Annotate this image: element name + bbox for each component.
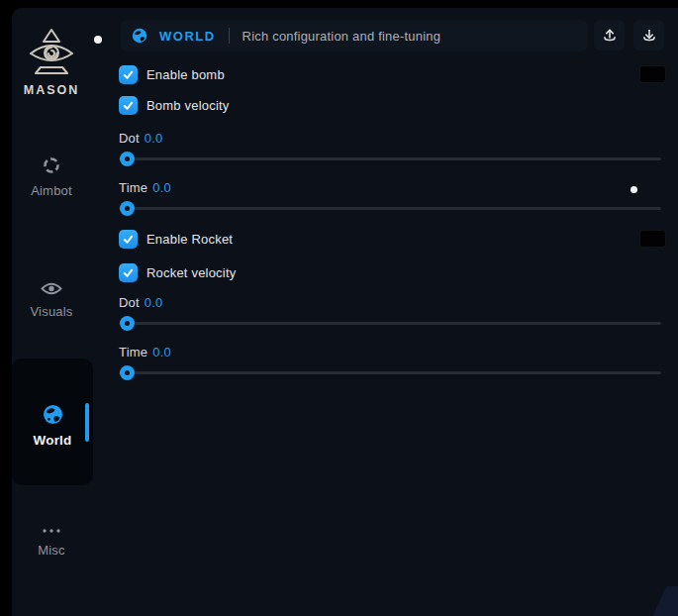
screen: MASON Aimbot Visuals — [0, 0, 678, 616]
globe-icon — [43, 404, 63, 425]
slider-thumb[interactable] — [120, 152, 135, 166]
ellipsis-icon — [41, 527, 62, 535]
sidebar-item-label: World — [34, 433, 72, 448]
sidebar-item-label: Misc — [38, 543, 65, 558]
check-icon — [122, 233, 135, 246]
slider-track[interactable] — [119, 322, 661, 325]
checkbox-box[interactable] — [119, 65, 138, 84]
slider-thumb[interactable] — [120, 365, 135, 380]
sidebar: MASON Aimbot Visuals — [12, 8, 119, 616]
upload-button[interactable] — [594, 20, 625, 51]
checkbox-label: Enable Rocket — [146, 232, 233, 247]
slider-label: Time0.0 — [119, 345, 661, 361]
pyramid-eye-icon — [24, 28, 79, 79]
app-title: MASON — [24, 83, 80, 97]
checkbox-enable-rocket[interactable]: Enable Rocket — [119, 230, 233, 249]
globe-icon — [132, 28, 147, 44]
checkbox-bomb-velocity[interactable]: Bomb velocity — [119, 96, 230, 115]
slider-label: Dot0.0 — [119, 131, 661, 148]
slider-value: 0.0 — [152, 345, 171, 359]
checkbox-box[interactable] — [119, 96, 138, 115]
active-tab-indicator — [85, 403, 89, 442]
download-icon — [641, 28, 657, 44]
check-icon — [122, 266, 135, 279]
sidebar-item-world[interactable]: World — [12, 359, 93, 485]
slider-value: 0.0 — [152, 180, 171, 195]
slider-name: Time — [119, 180, 147, 195]
download-button[interactable] — [633, 20, 664, 51]
slider-track[interactable] — [119, 157, 661, 160]
main-content: WORLD Rich configuration and fine-tuning — [119, 8, 678, 616]
slider-value: 0.0 — [145, 131, 163, 146]
color-swatch-bomb[interactable] — [639, 65, 666, 83]
slider-name: Time — [119, 345, 147, 359]
slider-label: Time0.0 — [119, 180, 661, 197]
app-window: MASON Aimbot Visuals — [12, 8, 678, 616]
slider-track[interactable] — [119, 371, 661, 374]
cursor-dot — [630, 186, 637, 193]
slider-track[interactable] — [119, 207, 661, 210]
check-icon — [122, 68, 135, 81]
page-header: WORLD Rich configuration and fine-tuning — [121, 20, 588, 51]
slider-value: 0.0 — [145, 295, 163, 310]
checkbox-label: Bomb velocity — [146, 98, 230, 113]
upload-icon — [602, 28, 618, 44]
sidebar-item-misc[interactable]: Misc — [12, 527, 91, 558]
slider-label: Dot0.0 — [119, 295, 661, 312]
checkbox-label: Enable bomb — [146, 67, 225, 82]
slider-bomb-time: Time0.0 — [119, 180, 661, 210]
sidebar-item-label: Aimbot — [31, 183, 72, 198]
corner-artifact — [642, 586, 678, 616]
slider-thumb[interactable] — [120, 316, 135, 331]
color-swatch-rocket[interactable] — [639, 230, 666, 248]
checkbox-label: Rocket velocity — [146, 265, 236, 280]
slider-thumb[interactable] — [120, 201, 135, 216]
slider-rocket-dot: Dot0.0 — [119, 295, 661, 325]
check-icon — [122, 99, 135, 112]
checkbox-box[interactable] — [119, 263, 138, 282]
page-subtitle: Rich configuration and fine-tuning — [242, 29, 440, 44]
slider-rocket-time: Time0.0 — [119, 345, 661, 374]
checkbox-box[interactable] — [119, 230, 138, 249]
eye-icon — [41, 281, 62, 296]
cursor-dot — [94, 36, 102, 44]
sidebar-item-visuals[interactable]: Visuals — [12, 281, 91, 319]
divider — [229, 28, 230, 44]
app-logo: MASON — [12, 28, 91, 97]
page-title: WORLD — [159, 29, 216, 44]
checkbox-rocket-velocity[interactable]: Rocket velocity — [119, 263, 236, 282]
slider-bomb-dot: Dot0.0 — [119, 131, 661, 160]
checkbox-enable-bomb[interactable]: Enable bomb — [119, 65, 225, 84]
slider-name: Dot — [119, 131, 140, 146]
crosshair-icon — [42, 155, 61, 175]
sidebar-item-aimbot[interactable]: Aimbot — [12, 155, 91, 198]
sidebar-item-label: Visuals — [30, 304, 72, 319]
slider-name: Dot — [119, 295, 140, 310]
